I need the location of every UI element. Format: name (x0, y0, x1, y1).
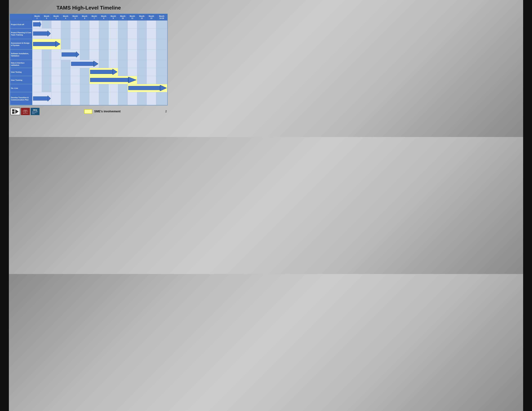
arrow-svg-6 (90, 77, 136, 83)
cell-row1-col9 (108, 28, 118, 39)
table-row: User Training (10, 76, 167, 84)
arrow-svg-5 (90, 69, 117, 75)
cell-row6-col2 (42, 76, 51, 84)
gantt-chart: Month1Month2Month3Month4Month5Month6Mont… (10, 14, 168, 105)
cell-row7-col3 (51, 84, 61, 92)
logo-oregon: OregonDepartmentofAgriculture (21, 108, 30, 115)
arrow-cell-row2 (32, 39, 61, 49)
cell-row8-col4 (61, 92, 70, 105)
svg-marker-5 (56, 41, 60, 47)
cell-row5-col4 (61, 68, 70, 76)
cell-row2-col11 (127, 39, 137, 49)
cell-row1-col12 (137, 28, 147, 39)
arrow-cell-row1 (32, 28, 51, 39)
task-label-7: Go -Live (10, 84, 32, 92)
cell-row1-col10 (118, 28, 127, 39)
task-label-2: Assessment & Design of System (10, 39, 32, 49)
svg-rect-2 (33, 32, 48, 36)
table-row: Data & Interface validation (10, 60, 167, 68)
cell-row5-col5 (70, 68, 80, 76)
cell-row3-col3 (51, 49, 61, 60)
header-month-11: Month11 (127, 14, 137, 20)
cell-row7-col2 (42, 84, 51, 92)
cell-row0-col13 (147, 20, 156, 28)
task-label-0: Project Kick-off (10, 20, 32, 28)
cell-row6-col3 (51, 76, 61, 84)
header-month-14: Month14-18 (156, 14, 167, 20)
cell-row6-col1 (32, 76, 42, 84)
cell-row8-col10 (118, 92, 127, 105)
logo-deo: DEQ State of OregonDept of Env.Quality (31, 108, 39, 115)
arrow-svg-3 (62, 52, 79, 57)
header-month-13: Month13 (147, 14, 156, 20)
cell-row0-col14 (156, 20, 167, 28)
cell-row4-col12 (137, 60, 147, 68)
arrow-svg-0 (33, 21, 41, 27)
cell-row6-col6 (80, 76, 89, 84)
cell-row0-col2 (42, 20, 51, 28)
cell-row0-col9 (108, 20, 118, 28)
arrow-svg-8 (33, 96, 51, 101)
cell-row3-col14 (156, 49, 167, 60)
cell-row0-col7 (89, 20, 99, 28)
cell-row3-col10 (118, 49, 127, 60)
legend-area: SME's involvement (84, 109, 120, 114)
table-row: Assessment & Design of System (10, 39, 167, 49)
cell-row8-col12 (137, 92, 147, 105)
cell-row2-col12 (137, 39, 147, 49)
header-task-col (10, 14, 32, 20)
cell-row1-col3 (51, 28, 61, 39)
cell-row5-col12 (137, 68, 147, 76)
cell-row1-col7 (89, 28, 99, 39)
svg-marker-1 (40, 21, 41, 27)
task-label-8: Develop Transition & Communication Plan (10, 92, 32, 105)
logo-main (10, 108, 20, 115)
cell-row3-col6 (80, 49, 89, 60)
svg-marker-17 (48, 96, 51, 101)
cell-row6-col13 (147, 76, 156, 84)
cell-row5-col2 (42, 68, 51, 76)
legend-sme-box (84, 109, 92, 114)
arrow-cell-row3 (61, 49, 80, 60)
header-month-6: Month6 (80, 14, 89, 20)
task-label-4: Data & Interface validation (10, 60, 32, 68)
svg-rect-6 (62, 53, 76, 56)
header-month-12: Month12 (137, 14, 147, 20)
cell-row2-col10 (118, 39, 127, 49)
svg-marker-3 (48, 31, 51, 37)
arrow-cell-row0 (32, 20, 42, 28)
cell-row8-col7 (89, 92, 99, 105)
cell-row4-col1 (32, 60, 42, 68)
header-month-4: Month4 (61, 14, 70, 20)
cell-row1-col13 (147, 28, 156, 39)
svg-rect-16 (33, 97, 48, 100)
cell-row8-col14 (156, 92, 167, 105)
header-month-2: Month2 (42, 14, 51, 20)
svg-rect-0 (33, 22, 40, 26)
cell-row0-col8 (99, 20, 108, 28)
cell-row7-col6 (80, 84, 89, 92)
cell-row7-col10 (118, 84, 127, 92)
cell-row2-col14 (156, 39, 167, 49)
svg-marker-7 (76, 52, 79, 57)
cell-row3-col12 (137, 49, 147, 60)
cell-row0-col4 (61, 20, 70, 28)
cell-row2-col4 (61, 39, 70, 49)
cell-row7-col8 (99, 84, 108, 92)
cell-row2-col6 (80, 39, 89, 49)
table-row: Develop Transition & Communication Plan (10, 92, 167, 105)
cell-row4-col2 (42, 60, 51, 68)
cell-row8-col6 (80, 92, 89, 105)
svg-marker-9 (94, 61, 98, 67)
cell-row8-col13 (147, 92, 156, 105)
cell-row7-col9 (108, 84, 118, 92)
table-row: Software Installation, Validation (10, 49, 167, 60)
cell-row3-col1 (32, 49, 42, 60)
task-label-1: Project Planning & Core Team Training (10, 28, 32, 39)
arrow-cell-row8 (32, 92, 51, 105)
arrow-cell-row4 (70, 60, 99, 68)
arrow-cell-row6 (89, 76, 137, 84)
table-row: Go -Live (10, 84, 167, 92)
cell-row5-col11 (127, 68, 137, 76)
svg-rect-8 (71, 62, 94, 66)
